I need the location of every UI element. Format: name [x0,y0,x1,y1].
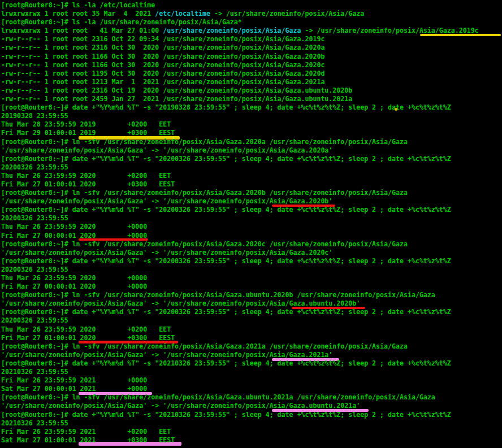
shell-prompt: [root@Router8:~]# [1,155,72,163]
date-output: Fri Mar 26 23:59:59 2021 +0000 [1,376,502,385]
command: ln -sfv /usr/share/zoneinfo/posix/Asia/G… [72,189,408,197]
text-segment: -rw-r--r-- 1 root root 2316 Oct 30 2020 … [1,44,324,51]
shell-prompt: [root@Router8:~]# [1,257,72,265]
date-output: Fri Mar 27 00:00:01 2020 +0000 [1,282,502,291]
text-segment: 20210326 23:59:55 [1,419,68,427]
command: ln -sfv /usr/share/zoneinfo/posix/Asia/G… [72,138,408,146]
text-segment: Fri Mar 27 01:00:01 2020 +0300 EEST [1,180,175,188]
date-output: Fri Mar 27 01:00:01 2020 +0300 EEST [1,180,502,189]
symlink-name: /etc/localtime [155,10,210,18]
date-set-output: 20190328 23:59:55 [1,112,502,120]
ln-output: '/usr/share/zoneinfo/posix/Asia/Gaza' ->… [1,299,502,308]
shell-prompt: [root@Router8:~]# [1,291,72,299]
symlink-target: -> /usr/share/zoneinfo/posix/Asia/Gaza [210,10,364,18]
shell-prompt: [root@Router8:~]# [1,240,72,248]
command-line: [root@Router8:~]# ls -la /etc/localtime [1,1,502,10]
ls-output: lrwxrwxrwx 1 root root 35 Mar 4 2021 /et… [1,10,502,18]
ls-output: -rw-r--r-- 1 root root 2316 Oct 19 2020 … [1,86,502,95]
shell-prompt: [root@Router8:~]# [1,1,72,9]
ln-output: '/usr/share/zoneinfo/posix/Asia/Gaza' ->… [1,249,502,257]
text-segment: '/usr/share/zoneinfo/posix/Asia/Gaza' ->… [1,197,332,205]
date-output: Sat Mar 27 01:00:01 2021 +0300 EEST [1,436,502,445]
command: ls -la /usr/share/zoneinfo/posix/Asia/Ga… [72,18,242,26]
command: date +"%Y%m%d %T" -s "20200326 23:59:55"… [72,155,451,163]
ls-output: -rw-r--r-- 1 root root 2459 Jan 27 2021 … [1,95,502,103]
date-output: Fri Mar 29 01:00:01 2019 +0300 EEST [1,129,502,137]
command: date +"%Y%m%d %T" -s "20200326 23:59:55"… [72,257,451,265]
text-segment: '/usr/share/zoneinfo/posix/Asia/Gaza' ->… [1,249,332,256]
text-segment: Fri Mar 27 01:00:01 2020 +0300 EEST [1,334,175,342]
shell-prompt: [root@Router8:~]# [1,206,72,214]
text-segment: '/usr/share/zoneinfo/posix/Asia/Gaza' ->… [1,146,332,154]
command-line: [root@Router8:~]# ls -la /usr/share/zone… [1,18,502,27]
command: ln -sfv /usr/share/zoneinfo/posix/Asia/G… [72,342,408,350]
text-segment: Fri Mar 26 23:59:59 2021 +0000 [1,376,147,384]
ls-output: lrwxrwxrwx 1 root root 41 Mar 27 01:00 /… [1,27,502,35]
command: date +"%Y%m%d %T" -s "20210326 23:59:55"… [72,411,451,419]
text-segment: 20200326 23:59:55 [1,266,68,273]
command: ln -sfv /usr/share/zoneinfo/posix/Asia/G… [72,393,435,401]
text-segment: Thu Mar 26 23:59:59 2020 +0200 EET [1,325,171,333]
ls-output: -rw-r--r-- 1 root root 1166 Oct 30 2020 … [1,53,502,61]
text-segment: 20200326 23:59:55 [1,163,68,171]
shell-prompt: [root@Router8:~]# [1,411,72,419]
command-line: [root@Router8:~]# date +"%Y%m%d %T" -s "… [1,257,502,266]
text-segment: Thu Mar 26 23:59:59 2020 +0200 EET [1,172,171,180]
date-set-output: 20200326 23:59:55 [1,163,502,172]
ln-output: '/usr/share/zoneinfo/posix/Asia/Gaza' ->… [1,146,502,155]
ls-output: -rw-r--r-- 1 root root 1195 Oct 30 2020 … [1,69,502,78]
terminal-screen[interactable]: [root@Router8:~]# ls -la /etc/localtimel… [0,0,502,448]
command-line: [root@Router8:~]# date +"%Y%m%d %T" -s "… [1,103,502,112]
text-segment: lrwxrwxrwx 1 root root 35 Mar 4 2021 [1,10,155,18]
text-segment: -rw-r--r-- 1 root root 2316 Oct 22 09:34… [1,35,324,43]
text-segment: Fri Mar 27 00:00:01 2020 +0000 [1,232,147,240]
text-segment: -rw-r--r-- 1 root root 1195 Oct 30 2020 … [1,69,324,77]
ln-output: '/usr/share/zoneinfo/posix/Asia/Gaza' ->… [1,197,502,206]
text-segment: Thu Mar 26 23:59:59 2020 +0000 [1,223,147,230]
date-output: Thu Mar 26 23:59:59 2020 +0200 EET [1,325,502,334]
date-output: Fri Mar 27 01:00:01 2020 +0300 EEST [1,334,502,342]
ls-output: -rw-r--r-- 1 root root 2316 Oct 22 09:34… [1,35,502,44]
command: ln -sfv /usr/share/zoneinfo/posix/Asia/G… [72,291,435,299]
date-set-output: 20200326 23:59:55 [1,266,502,274]
terminal-output: [root@Router8:~]# ls -la /etc/localtimel… [1,1,502,445]
ln-output: '/usr/share/zoneinfo/posix/Asia/Gaza' ->… [1,351,502,359]
text-segment: -rw-r--r-- 1 root root 2459 Jan 27 2021 … [1,95,352,103]
date-set-output: 20210326 23:59:55 [1,368,502,376]
command-line: [root@Router8:~]# ln -sfv /usr/share/zon… [1,138,502,146]
command-line: [root@Router8:~]# ln -sfv /usr/share/zon… [1,240,502,249]
text-segment: 20200326 23:59:55 [1,214,68,222]
shell-prompt: [root@Router8:~]# [1,189,72,197]
text-segment: Thu Mar 26 23:59:59 2020 +0000 [1,274,147,282]
date-output: Thu Mar 26 23:59:59 2020 +0200 EET [1,172,502,180]
command: ln -sfv /usr/share/zoneinfo/posix/Asia/G… [72,240,408,248]
text-segment: Thu Mar 28 23:59:59 2019 +0200 EET [1,120,171,128]
command-line: [root@Router8:~]# ln -sfv /usr/share/zon… [1,189,502,197]
text-segment: '/usr/share/zoneinfo/posix/Asia/Gaza' ->… [1,402,360,410]
date-output: Sat Mar 27 00:00:01 2021 +0000 [1,385,502,393]
command: date +"%Y%m%d %T" -s "20200326 23:59:55"… [72,308,451,316]
text-segment: -rw-r--r-- 1 root root 2316 Oct 19 2020 … [1,86,352,94]
shell-prompt: [root@Router8:~]# [1,393,72,401]
command-line: [root@Router8:~]# date +"%Y%m%d %T" -s "… [1,308,502,316]
shell-prompt: [root@Router8:~]# [1,103,72,111]
text-segment: 20210326 23:59:55 [1,368,68,376]
command-line: [root@Router8:~]# date +"%Y%m%d %T" -s "… [1,155,502,163]
text-segment: -rw-r--r-- 1 root root 1166 Oct 30 2020 … [1,53,324,60]
date-output: Thu Mar 26 23:59:59 2020 +0000 [1,223,502,231]
text-segment: -rw-r--r-- 1 root root 1166 Oct 30 2020 … [1,61,324,69]
date-set-output: 20200326 23:59:55 [1,214,502,223]
command: date +"%Y%m%d %T" -s "20200326 23:59:55"… [72,206,451,214]
text-segment: Fri Mar 29 01:00:01 2019 +0300 EEST [1,129,175,137]
date-output: Fri Mar 27 00:00:01 2020 +0000 [1,232,502,240]
shell-prompt: [root@Router8:~]# [1,138,72,146]
text-segment: '/usr/share/zoneinfo/posix/Asia/Gaza' ->… [1,299,360,307]
command: date +"%Y%m%d %T" -s "20190328 23:59:55"… [72,103,451,111]
shell-prompt: [root@Router8:~]# [1,308,72,316]
date-set-output: 20200326 23:59:55 [1,316,502,325]
symlink-name: /usr/share/zoneinfo/posix/Asia/Gaza [163,27,301,34]
text-segment: Fri Mar 26 23:59:59 2021 +0200 EET [1,428,171,436]
command: date +"%Y%m%d %T" -s "20210326 23:59:55"… [72,359,451,367]
command-line: [root@Router8:~]# ln -sfv /usr/share/zon… [1,342,502,351]
shell-prompt: [root@Router8:~]# [1,18,72,26]
